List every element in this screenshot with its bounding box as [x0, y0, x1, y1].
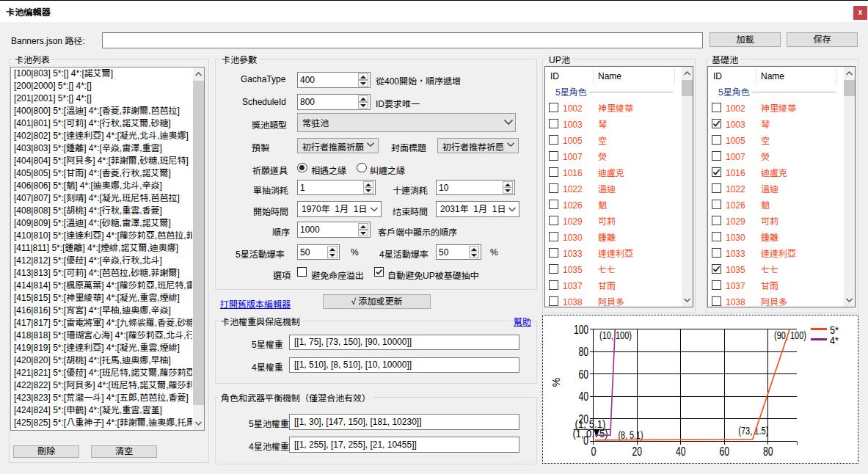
svg-text:80: 80 — [579, 346, 589, 358]
svg-text:(73, 1.5): (73, 1.5) — [738, 425, 768, 437]
svg-text:(90, 100): (90, 100) — [774, 329, 806, 341]
svg-text:60: 60 — [720, 445, 730, 458]
svg-text:%: % — [550, 378, 562, 387]
svg-text:80: 80 — [763, 445, 773, 458]
svg-text:20: 20 — [632, 445, 643, 458]
svg-text:100: 100 — [574, 324, 588, 336]
svg-text:60: 60 — [579, 368, 589, 381]
svg-text:4*: 4* — [830, 334, 839, 346]
svg-text:40: 40 — [676, 445, 686, 458]
svg-text:(8, 5.1): (8, 5.1) — [619, 429, 643, 441]
svg-text:0: 0 — [591, 445, 597, 458]
svg-text:40: 40 — [579, 390, 589, 403]
